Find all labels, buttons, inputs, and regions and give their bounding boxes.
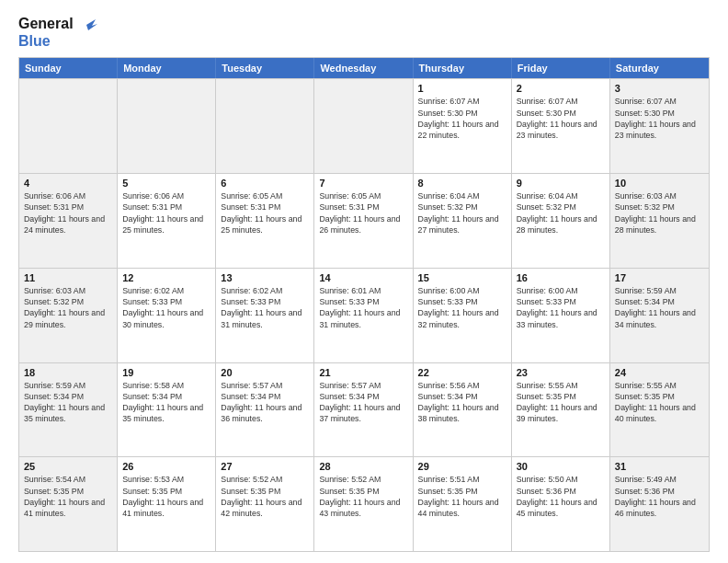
day-30: 30Sunrise: 5:50 AM Sunset: 5:36 PM Dayli… — [512, 457, 610, 551]
day-info-12: Sunrise: 6:02 AM Sunset: 5:33 PM Dayligh… — [122, 285, 210, 330]
day-8: 8Sunrise: 6:04 AM Sunset: 5:32 PM Daylig… — [414, 174, 512, 268]
logo-blue: Blue — [18, 32, 51, 50]
svg-marker-0 — [86, 19, 97, 30]
day-num-22: 22 — [418, 367, 506, 378]
day-info-5: Sunrise: 6:06 AM Sunset: 5:31 PM Dayligh… — [122, 190, 210, 236]
day-15: 15Sunrise: 6:00 AM Sunset: 5:33 PM Dayli… — [414, 269, 512, 362]
day-info-22: Sunrise: 5:56 AM Sunset: 5:34 PM Dayligh… — [418, 380, 506, 425]
calendar: SundayMondayTuesdayWednesdayThursdayFrid… — [18, 57, 710, 552]
day-empty — [216, 79, 314, 173]
day-num-14: 14 — [319, 272, 407, 283]
day-num-23: 23 — [517, 367, 605, 378]
day-num-4: 4 — [24, 178, 112, 189]
day-info-1: Sunrise: 6:07 AM Sunset: 5:30 PM Dayligh… — [418, 96, 506, 141]
day-num-5: 5 — [122, 178, 210, 189]
week-row-3: 11Sunrise: 6:03 AM Sunset: 5:32 PM Dayli… — [19, 268, 709, 362]
day-info-16: Sunrise: 6:00 AM Sunset: 5:33 PM Dayligh… — [517, 285, 605, 330]
calendar-body: 1Sunrise: 6:07 AM Sunset: 5:30 PM Daylig… — [19, 78, 709, 551]
day-info-6: Sunrise: 6:05 AM Sunset: 5:31 PM Dayligh… — [221, 190, 309, 236]
page: General Blue SundayMondayTuesdayWednesda… — [0, 0, 728, 563]
day-info-27: Sunrise: 5:52 AM Sunset: 5:35 PM Dayligh… — [221, 474, 309, 519]
day-info-24: Sunrise: 5:55 AM Sunset: 5:35 PM Dayligh… — [615, 380, 704, 425]
day-info-25: Sunrise: 5:54 AM Sunset: 5:35 PM Dayligh… — [24, 474, 112, 519]
day-info-30: Sunrise: 5:50 AM Sunset: 5:36 PM Dayligh… — [517, 474, 605, 519]
week-row-4: 18Sunrise: 5:59 AM Sunset: 5:34 PM Dayli… — [19, 362, 709, 457]
day-num-29: 29 — [418, 461, 506, 472]
day-9: 9Sunrise: 6:04 AM Sunset: 5:32 PM Daylig… — [512, 174, 610, 268]
day-28: 28Sunrise: 5:52 AM Sunset: 5:35 PM Dayli… — [314, 457, 413, 551]
day-16: 16Sunrise: 6:00 AM Sunset: 5:33 PM Dayli… — [512, 269, 610, 362]
day-14: 14Sunrise: 6:01 AM Sunset: 5:33 PM Dayli… — [314, 269, 413, 362]
day-18: 18Sunrise: 5:59 AM Sunset: 5:34 PM Dayli… — [19, 363, 118, 457]
day-info-2: Sunrise: 6:07 AM Sunset: 5:30 PM Dayligh… — [517, 96, 605, 141]
day-empty — [19, 79, 118, 173]
day-3: 3Sunrise: 6:07 AM Sunset: 5:30 PM Daylig… — [610, 79, 709, 173]
day-info-17: Sunrise: 5:59 AM Sunset: 5:34 PM Dayligh… — [615, 285, 704, 330]
day-24: 24Sunrise: 5:55 AM Sunset: 5:35 PM Dayli… — [610, 363, 709, 457]
day-info-28: Sunrise: 5:52 AM Sunset: 5:35 PM Dayligh… — [319, 474, 407, 519]
day-num-19: 19 — [122, 367, 210, 378]
day-29: 29Sunrise: 5:51 AM Sunset: 5:35 PM Dayli… — [414, 457, 512, 551]
day-num-18: 18 — [24, 367, 112, 378]
day-7: 7Sunrise: 6:05 AM Sunset: 5:31 PM Daylig… — [314, 174, 413, 268]
day-6: 6Sunrise: 6:05 AM Sunset: 5:31 PM Daylig… — [216, 174, 314, 268]
day-5: 5Sunrise: 6:06 AM Sunset: 5:31 PM Daylig… — [118, 174, 216, 268]
day-num-21: 21 — [319, 367, 407, 378]
day-num-1: 1 — [418, 83, 506, 94]
day-25: 25Sunrise: 5:54 AM Sunset: 5:35 PM Dayli… — [19, 457, 118, 551]
day-info-19: Sunrise: 5:58 AM Sunset: 5:34 PM Dayligh… — [122, 380, 210, 425]
day-info-10: Sunrise: 6:03 AM Sunset: 5:32 PM Dayligh… — [615, 190, 704, 236]
day-21: 21Sunrise: 5:57 AM Sunset: 5:34 PM Dayli… — [314, 363, 413, 457]
header-friday: Friday — [512, 58, 610, 78]
header-tuesday: Tuesday — [216, 58, 314, 78]
day-num-17: 17 — [615, 272, 704, 283]
day-10: 10Sunrise: 6:03 AM Sunset: 5:32 PM Dayli… — [610, 174, 709, 268]
day-info-23: Sunrise: 5:55 AM Sunset: 5:35 PM Dayligh… — [517, 380, 605, 425]
day-num-2: 2 — [517, 83, 605, 94]
day-num-9: 9 — [517, 178, 605, 189]
header-saturday: Saturday — [610, 58, 709, 78]
day-info-7: Sunrise: 6:05 AM Sunset: 5:31 PM Dayligh… — [319, 190, 407, 236]
day-info-20: Sunrise: 5:57 AM Sunset: 5:34 PM Dayligh… — [221, 380, 309, 425]
day-num-11: 11 — [24, 272, 112, 283]
day-info-11: Sunrise: 6:03 AM Sunset: 5:32 PM Dayligh… — [24, 285, 112, 330]
day-num-6: 6 — [221, 178, 309, 189]
day-info-31: Sunrise: 5:49 AM Sunset: 5:36 PM Dayligh… — [615, 474, 704, 519]
day-num-28: 28 — [319, 461, 407, 472]
day-info-18: Sunrise: 5:59 AM Sunset: 5:34 PM Dayligh… — [24, 380, 112, 425]
day-info-3: Sunrise: 6:07 AM Sunset: 5:30 PM Dayligh… — [615, 96, 704, 141]
day-num-25: 25 — [24, 461, 112, 472]
logo-general: General — [18, 15, 97, 32]
day-num-12: 12 — [122, 272, 210, 283]
day-info-14: Sunrise: 6:01 AM Sunset: 5:33 PM Dayligh… — [319, 285, 407, 330]
calendar-header: SundayMondayTuesdayWednesdayThursdayFrid… — [19, 58, 709, 78]
day-num-20: 20 — [221, 367, 309, 378]
day-4: 4Sunrise: 6:06 AM Sunset: 5:31 PM Daylig… — [19, 174, 118, 268]
day-22: 22Sunrise: 5:56 AM Sunset: 5:34 PM Dayli… — [414, 363, 512, 457]
day-17: 17Sunrise: 5:59 AM Sunset: 5:34 PM Dayli… — [610, 269, 709, 362]
day-num-26: 26 — [122, 461, 210, 472]
week-row-2: 4Sunrise: 6:06 AM Sunset: 5:31 PM Daylig… — [19, 173, 709, 268]
day-12: 12Sunrise: 6:02 AM Sunset: 5:33 PM Dayli… — [118, 269, 216, 362]
day-num-24: 24 — [615, 367, 704, 378]
day-20: 20Sunrise: 5:57 AM Sunset: 5:34 PM Dayli… — [216, 363, 314, 457]
week-row-5: 25Sunrise: 5:54 AM Sunset: 5:35 PM Dayli… — [19, 456, 709, 551]
day-num-10: 10 — [615, 178, 704, 189]
day-23: 23Sunrise: 5:55 AM Sunset: 5:35 PM Dayli… — [512, 363, 610, 457]
day-num-16: 16 — [517, 272, 605, 283]
day-num-3: 3 — [615, 83, 704, 94]
week-row-1: 1Sunrise: 6:07 AM Sunset: 5:30 PM Daylig… — [19, 78, 709, 173]
day-num-7: 7 — [319, 178, 407, 189]
day-info-4: Sunrise: 6:06 AM Sunset: 5:31 PM Dayligh… — [24, 190, 112, 236]
header-wednesday: Wednesday — [314, 58, 413, 78]
day-num-15: 15 — [418, 272, 506, 283]
day-info-15: Sunrise: 6:00 AM Sunset: 5:33 PM Dayligh… — [418, 285, 506, 330]
day-31: 31Sunrise: 5:49 AM Sunset: 5:36 PM Dayli… — [610, 457, 709, 551]
day-26: 26Sunrise: 5:53 AM Sunset: 5:35 PM Dayli… — [118, 457, 216, 551]
day-info-9: Sunrise: 6:04 AM Sunset: 5:32 PM Dayligh… — [517, 190, 605, 236]
day-empty — [314, 79, 413, 173]
header-thursday: Thursday — [414, 58, 512, 78]
logo: General Blue — [18, 15, 97, 50]
logo-bird-icon — [79, 17, 97, 32]
day-2: 2Sunrise: 6:07 AM Sunset: 5:30 PM Daylig… — [512, 79, 610, 173]
